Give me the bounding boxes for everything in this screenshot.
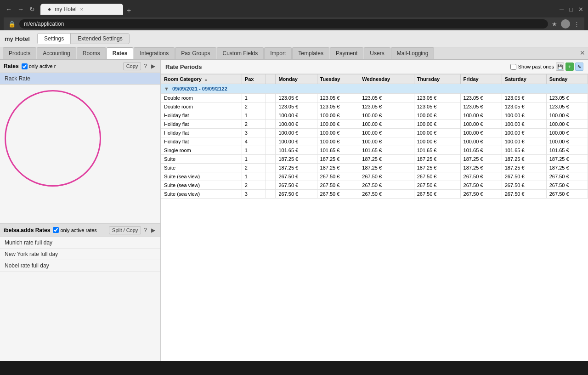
cell-monday: 123.05 €	[276, 94, 317, 102]
table-row[interactable]: Holiday flat 1 100.00 € 100.00 € 100.00 …	[161, 111, 588, 120]
tab-title: my Hotel	[55, 6, 76, 12]
rates-header-actions: Copy ? ▶	[123, 62, 157, 70]
cell-sunday: 100.00 €	[546, 137, 588, 146]
bookmark-icon[interactable]: ★	[551, 20, 558, 28]
tab-products[interactable]: Products	[3, 47, 36, 59]
table-row[interactable]: Suite (sea view) 1 267.50 € 267.50 € 267…	[161, 172, 588, 181]
tab-payment[interactable]: Payment	[330, 47, 363, 59]
cell-room: Suite	[161, 164, 242, 172]
cell-monday: 100.00 €	[276, 111, 317, 120]
cell-monday: 123.05 €	[276, 102, 317, 111]
edit-icon[interactable]: ✎	[575, 62, 583, 71]
tab-rooms[interactable]: Rooms	[77, 47, 106, 59]
cell-thursday: 101.65 €	[414, 146, 460, 155]
reload-button[interactable]: ↻	[28, 5, 37, 14]
table-row[interactable]: Double room 2 123.05 € 123.05 € 123.05 €…	[161, 102, 588, 111]
forward-button[interactable]: →	[16, 5, 26, 14]
tab-close-button[interactable]: ×	[80, 6, 83, 12]
table-row[interactable]: Holiday flat 2 100.00 € 100.00 € 100.00 …	[161, 120, 588, 129]
tab-settings[interactable]: Settings	[37, 33, 71, 44]
app-window: my Hotel Settings Extended Settings Prod…	[0, 30, 588, 361]
table-row[interactable]: Single room 1 101.65 € 101.65 € 101.65 €…	[161, 146, 588, 155]
tab-accounting[interactable]: Accounting	[37, 47, 76, 59]
back-button[interactable]: ←	[4, 5, 14, 14]
add-button[interactable]: ▶	[150, 62, 157, 70]
table-row[interactable]: Suite (sea view) 2 267.50 € 267.50 € 267…	[161, 181, 588, 190]
show-past-ones-checkbox[interactable]	[510, 64, 516, 70]
nobel-rate-item[interactable]: Nobel rate full day	[0, 260, 160, 272]
address-bar[interactable]	[19, 19, 548, 28]
sort-icon: ▲	[204, 77, 208, 82]
munich-rate-item[interactable]: Munich rate full day	[0, 237, 160, 249]
cell-friday: 100.00 €	[460, 111, 502, 120]
cell-thursday: 267.50 €	[414, 172, 460, 181]
cell-monday: 100.00 €	[276, 120, 317, 129]
only-active-rates-checkbox[interactable]	[53, 227, 59, 233]
cell-friday: 123.05 €	[460, 94, 502, 102]
add-period-icon[interactable]: +	[565, 62, 574, 71]
close-window-button[interactable]: ✕	[580, 49, 585, 57]
browser-top-bar: ← → ↻ ● my Hotel × + ─ □ ✕	[4, 4, 584, 15]
menu-button[interactable]: ⋮	[573, 20, 581, 28]
new-york-rate-item[interactable]: New York rate full day	[0, 249, 160, 260]
split-copy-button[interactable]: Split / Copy	[109, 226, 141, 234]
col-wednesday: Wednesday	[359, 74, 414, 84]
cell-thursday: 187.25 €	[414, 164, 460, 172]
cell-saturday: 267.50 €	[502, 181, 546, 190]
cell-info	[266, 155, 276, 164]
cell-sunday: 101.65 €	[546, 146, 588, 155]
show-past-ones-label: Show past ones	[518, 64, 554, 69]
window-minimize-button[interactable]: ─	[559, 5, 565, 14]
col-friday: Friday	[460, 74, 502, 84]
rack-rate-item[interactable]: Rack Rate	[0, 73, 160, 85]
table-row[interactable]: Suite (sea view) 3 267.50 € 267.50 € 267…	[161, 190, 588, 199]
tab-extended-settings[interactable]: Extended Settings	[71, 33, 129, 44]
window-close-button[interactable]: ✕	[577, 5, 584, 14]
table-row[interactable]: Suite 2 187.25 € 187.25 € 187.25 € 187.2…	[161, 164, 588, 172]
rate-periods-header: Rate Periods Show past ones 💾 + ✎	[161, 60, 588, 74]
ibelsa-add-button[interactable]: ▶	[150, 226, 157, 234]
table-row[interactable]: Holiday flat 4 100.00 € 100.00 € 100.00 …	[161, 137, 588, 146]
cell-room: Single room	[161, 146, 242, 155]
cell-wednesday: 187.25 €	[359, 155, 414, 164]
show-past-actions: 💾 + ✎	[556, 62, 583, 71]
cell-pax: 1	[242, 111, 266, 120]
browser-tab-active[interactable]: ● my Hotel ×	[40, 4, 123, 15]
help-button[interactable]: ?	[142, 62, 148, 70]
tab-integrations[interactable]: Integrations	[134, 47, 175, 59]
tab-mail-logging[interactable]: Mail-Logging	[391, 47, 435, 59]
only-active-checkbox[interactable]	[22, 63, 28, 69]
save-icon[interactable]: 💾	[556, 62, 564, 71]
cell-tuesday: 100.00 €	[317, 129, 359, 137]
cell-monday: 267.50 €	[276, 181, 317, 190]
cell-tuesday: 123.05 €	[317, 94, 359, 102]
window-maximize-button[interactable]: □	[568, 5, 574, 14]
table-row[interactable]: Double room 1 123.05 € 123.05 € 123.05 €…	[161, 94, 588, 102]
cell-thursday: 123.05 €	[414, 94, 460, 102]
cell-friday: 100.00 €	[460, 137, 502, 146]
tab-users[interactable]: Users	[364, 47, 390, 59]
main-content: Rates only active r Copy ? ▶ Rack Rate	[0, 60, 588, 361]
tab-rates[interactable]: Rates	[107, 47, 134, 59]
cell-room: Suite	[161, 155, 242, 164]
cell-wednesday: 100.00 €	[359, 111, 414, 120]
tab-pax-groups[interactable]: Pax Groups	[175, 47, 216, 59]
cell-pax: 1	[242, 172, 266, 181]
cell-pax: 3	[242, 129, 266, 137]
cell-pax: 2	[242, 181, 266, 190]
tab-import[interactable]: Import	[264, 47, 292, 59]
col-thursday: Thursday	[414, 74, 460, 84]
new-tab-button[interactable]: +	[124, 6, 134, 15]
tab-custom-fields[interactable]: Custom Fields	[217, 47, 264, 59]
cell-info	[266, 111, 276, 120]
tab-templates[interactable]: Templates	[292, 47, 329, 59]
cell-wednesday: 101.65 €	[359, 146, 414, 155]
table-row[interactable]: Suite 1 187.25 € 187.25 € 187.25 € 187.2…	[161, 155, 588, 164]
cell-tuesday: 267.50 €	[317, 181, 359, 190]
cell-sunday: 100.00 €	[546, 111, 588, 120]
ibelsa-help-button[interactable]: ?	[142, 226, 148, 234]
copy-button[interactable]: Copy	[123, 62, 141, 70]
cell-room: Suite (sea view)	[161, 181, 242, 190]
cell-tuesday: 100.00 €	[317, 120, 359, 129]
table-row[interactable]: Holiday flat 3 100.00 € 100.00 € 100.00 …	[161, 129, 588, 137]
